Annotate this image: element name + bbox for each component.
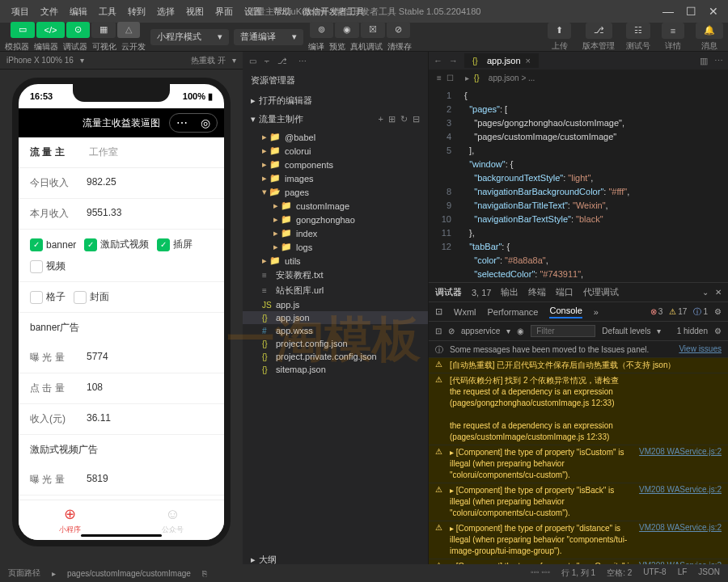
maximize-icon[interactable]: ☐ <box>683 5 699 18</box>
tab-proxy[interactable]: 代理调试 <box>583 286 619 298</box>
minimize-panel-icon[interactable]: ⌄ <box>702 288 709 297</box>
more-icon[interactable]: ⋯ <box>170 114 194 132</box>
new-folder-icon[interactable]: ⊞ <box>388 114 396 124</box>
tree-@babel[interactable]: ▸ 📁@babel <box>243 130 428 144</box>
breadcrumb[interactable]: app.json > ... <box>489 74 535 82</box>
tab-port[interactable]: 端口 <box>556 286 574 298</box>
preview-button[interactable]: ◉ <box>335 22 359 38</box>
eol[interactable]: LF <box>678 567 688 579</box>
gear-icon[interactable]: ⚙ <box>714 327 722 335</box>
minimize-icon[interactable]: — <box>660 5 676 18</box>
menu-选择[interactable]: 选择 <box>152 3 180 20</box>
tab-wxml[interactable]: Wxml <box>454 307 476 317</box>
refresh-icon[interactable]: ↻ <box>400 114 408 124</box>
target-icon[interactable]: ◎ <box>194 114 217 132</box>
checkbox-inter[interactable]: ✓ <box>157 238 170 251</box>
explorer-icon[interactable]: ▭ <box>249 57 256 65</box>
new-file-icon[interactable]: + <box>379 114 383 124</box>
open-editors-section[interactable]: ▸ 打开的编辑器 <box>243 91 428 110</box>
checkbox-reward[interactable]: ✓ <box>84 238 97 251</box>
realdevice-button[interactable]: ☒ <box>361 22 385 38</box>
tab-output[interactable]: 输出 <box>501 286 518 298</box>
tree-pages[interactable]: ▾ 📂pages <box>243 185 428 199</box>
source-link[interactable]: VM208 WAService.js:2 <box>639 523 722 532</box>
bookmark-icon[interactable]: ☐ <box>447 74 454 82</box>
project-section[interactable]: ▾ 流量主制作 +⊞↻⊟ <box>243 110 428 129</box>
tree-project.private.config.json[interactable]: {}project.private.config.json <box>243 350 428 363</box>
tree-images[interactable]: ▸ 📁images <box>243 171 428 185</box>
capsule[interactable]: ⋯◎ <box>169 113 218 133</box>
close-tab-icon[interactable]: × <box>526 56 531 65</box>
encoding[interactable]: UTF-8 <box>643 567 666 579</box>
tree-gongzhonghao[interactable]: ▸ 📁gongzhonghao <box>243 213 428 226</box>
tree-app.json[interactable]: {}app.json <box>243 311 428 324</box>
tab-performance[interactable]: Performance <box>488 307 539 317</box>
toggle-icon[interactable]: ≡ <box>437 74 442 82</box>
tab-debugger[interactable]: 调试器 <box>435 286 462 298</box>
message-button[interactable]: 🔔 <box>696 23 723 39</box>
inspect-icon[interactable]: ⊡ <box>435 306 442 317</box>
compile-button[interactable]: ⊚ <box>310 22 333 38</box>
copy-icon[interactable]: ⎘ <box>202 569 207 578</box>
menu-视图[interactable]: 视图 <box>181 3 209 20</box>
back-icon[interactable]: ← <box>434 56 442 65</box>
tab-studio[interactable]: 工作室 <box>89 146 118 159</box>
test-button[interactable]: ☷ <box>626 23 650 39</box>
fwd-icon[interactable]: → <box>449 56 458 65</box>
menu-项目[interactable]: 项目 <box>6 3 34 20</box>
tab-terminal[interactable]: 终端 <box>528 286 546 298</box>
checkbox-video[interactable] <box>30 260 43 273</box>
tree-components[interactable]: ▸ 📁components <box>243 158 428 171</box>
tree-站长图库.url[interactable]: ≡站长图库.url <box>243 283 428 298</box>
hidden-count[interactable]: 1 hidden <box>677 327 708 335</box>
view-issues-link[interactable]: View issues <box>679 344 722 353</box>
tree-index[interactable]: ▸ 📁index <box>243 226 428 240</box>
split-editor-icon[interactable]: ▥ <box>700 56 708 66</box>
editor-tab[interactable]: {}app.json× <box>464 53 539 68</box>
tree-sitemap.json[interactable]: {}sitemap.json <box>243 363 428 376</box>
menu-编辑[interactable]: 编辑 <box>65 3 92 20</box>
checkbox-cover[interactable] <box>74 291 87 304</box>
editor-toggle[interactable]: </> <box>36 22 66 38</box>
cloud-button[interactable]: △ <box>117 22 140 38</box>
clear-icon[interactable]: ⊘ <box>448 327 455 335</box>
context-icon[interactable]: ⊡ <box>435 327 442 335</box>
version-button[interactable]: ⎇ <box>586 23 612 39</box>
mode-dropdown[interactable]: 小程序模式▾ <box>150 29 229 45</box>
device-selector[interactable]: iPhone X 100% 16 <box>6 56 74 65</box>
menu-工具[interactable]: 工具 <box>94 3 121 20</box>
page-path[interactable]: pages/customImage/customImage <box>67 569 191 578</box>
gear-icon[interactable]: ⚙ <box>714 307 722 316</box>
visualize-toggle[interactable]: ▦ <box>91 22 116 38</box>
lang-mode[interactable]: JSON <box>698 567 720 579</box>
hot-reload-toggle[interactable]: 热重载 开 <box>191 55 226 66</box>
tree-logs[interactable]: ▸ 📁logs <box>243 240 428 254</box>
cursor-pos[interactable]: 行 1, 列 1 <box>561 567 595 579</box>
menu-文件[interactable]: 文件 <box>36 3 63 20</box>
source-link[interactable]: VM208 WAService.js:2 <box>639 447 722 456</box>
source-link[interactable]: VM208 WAService.js:2 <box>639 485 722 494</box>
tree-colorui[interactable]: ▸ 📁colorui <box>243 144 428 158</box>
upload-button[interactable]: ⬆ <box>548 23 571 39</box>
info-badge[interactable]: 1 <box>693 306 708 318</box>
menu-界面[interactable]: 界面 <box>210 3 238 20</box>
git-icon[interactable]: ⎇ <box>277 57 287 65</box>
tab-problems[interactable]: 3, 17 <box>472 288 491 297</box>
tab-traffic[interactable]: 流 量 主 <box>30 146 65 159</box>
tree-app.wxss[interactable]: #app.wxss <box>243 324 428 337</box>
checkbox-banner[interactable]: ✓ <box>30 238 43 251</box>
warn-badge[interactable]: 17 <box>669 307 687 316</box>
close-panel-icon[interactable]: ✕ <box>715 288 722 297</box>
simulator-toggle[interactable]: ▭ <box>11 22 35 38</box>
tree-customImage[interactable]: ▸ 📁customImage <box>243 199 428 213</box>
tree-app.js[interactable]: JSapp.js <box>243 298 428 311</box>
tree-project.config.json[interactable]: {}project.config.json <box>243 337 428 350</box>
filter-input[interactable] <box>531 325 595 337</box>
checkbox-grid[interactable] <box>30 291 43 304</box>
tab-console[interactable]: Console <box>549 306 582 318</box>
more-tabs-icon[interactable]: » <box>594 307 599 317</box>
split-icon[interactable]: ⫟ <box>263 57 271 65</box>
collapse-icon[interactable]: ⊟ <box>413 114 420 124</box>
code-editor[interactable]: 12345 89101112 151617 { "pages": [ "page… <box>429 86 728 282</box>
tree-安装教程.txt[interactable]: ≡安装教程.txt <box>243 268 428 283</box>
